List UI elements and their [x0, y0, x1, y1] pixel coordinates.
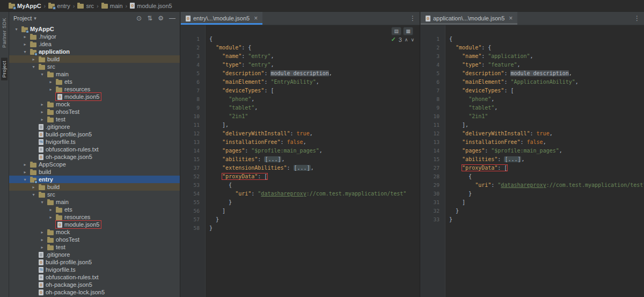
tree-item--hvigor[interactable]: ▸.hvigor — [9, 33, 180, 40]
tree-item-ohostest[interactable]: ▸ohosTest — [9, 236, 180, 243]
folded-region[interactable]: [...] — [294, 165, 311, 171]
chevron-down-icon[interactable]: ▾ — [39, 200, 45, 205]
tree-item-mock[interactable]: ▸mock — [9, 228, 180, 236]
tree-item-application[interactable]: ▾application — [9, 48, 180, 55]
line-number: 31 — [420, 198, 445, 207]
chevron-right-icon[interactable]: ▸ — [39, 245, 45, 250]
chevron-down-icon[interactable]: ▾ — [34, 16, 36, 21]
kebab-menu-icon[interactable]: ⋮ — [630, 15, 644, 22]
tree-item-oh-package-json5[interactable]: oh-package.json5 — [9, 281, 180, 288]
folded-region[interactable]: [...] — [504, 156, 521, 162]
structure-view-icon[interactable]: ▤ — [391, 27, 401, 35]
chevron-right-icon[interactable]: ▸ — [48, 207, 54, 212]
editor-left[interactable]: 1{2 "module": {3 "name": "entry",4 "type… — [180, 25, 420, 297]
chevron-right-icon[interactable]: ▸ — [48, 79, 54, 84]
preview-icon[interactable]: ▦ — [403, 27, 413, 35]
json-file-icon — [426, 16, 430, 21]
tree-item-label: ohosTest — [56, 236, 79, 243]
folded-region[interactable]: [...] — [264, 156, 281, 162]
kebab-menu-icon[interactable]: ⋮ — [406, 15, 420, 22]
tab-application-module-json5[interactable]: application\...\module.json5 × — [421, 12, 517, 25]
tree-item-ohostest[interactable]: ▸ohosTest — [9, 108, 180, 115]
chevron-right-icon[interactable]: ▸ — [22, 34, 28, 39]
close-icon[interactable]: × — [254, 15, 258, 22]
chevron-down-icon[interactable]: ▾ — [13, 27, 19, 32]
token: "mainElement" — [222, 79, 264, 85]
tree-item-build[interactable]: ▸build — [9, 183, 180, 191]
settings-icon[interactable]: ⚙ — [158, 15, 164, 22]
tree-item-appscope[interactable]: ▸AppScope — [9, 161, 180, 168]
prev-inspection-icon[interactable]: ∧ — [405, 37, 408, 42]
tree-item-myappc[interactable]: ▾MyAppC — [9, 25, 180, 33]
uri-link[interactable]: datashareproxy — [501, 182, 546, 188]
uri-link[interactable]: datashareproxy — [261, 191, 306, 197]
toolstrip-project-button[interactable]: Project — [1, 58, 8, 81]
chevron-right-icon[interactable]: ▸ — [39, 102, 45, 107]
tree-item-hvigorfile-ts[interactable]: hvigorfile.ts — [9, 138, 180, 146]
tree-item--gitignore[interactable]: .gitignore — [9, 251, 180, 258]
tree-item-module-json5[interactable]: module.json5 — [9, 221, 180, 228]
tree-item-ets[interactable]: ▸ets — [9, 206, 180, 213]
chevron-right-icon[interactable]: ▸ — [22, 170, 28, 175]
toolstrip-partner-sdk-button[interactable]: Partner SDK — [1, 15, 8, 50]
chevron-right-icon[interactable]: ▸ — [22, 42, 28, 47]
chevron-right-icon[interactable]: ▸ — [48, 215, 54, 220]
main-area: Partner SDK Project Project ▾ ⊙⇅⚙— ▾MyAp… — [0, 12, 644, 297]
chevron-right-icon[interactable]: ▸ — [31, 57, 36, 62]
token: "uri" — [235, 191, 251, 197]
chevron-down-icon[interactable]: ▾ — [39, 72, 45, 77]
chevron-down-icon[interactable]: ▾ — [22, 177, 28, 182]
chevron-right-icon[interactable]: ▸ — [31, 185, 36, 190]
chevron-right-icon[interactable]: ▸ — [48, 87, 54, 92]
token: : — [241, 62, 248, 68]
tree-item-main[interactable]: ▾main — [9, 198, 180, 206]
tree-item-obfuscation-rules-txt[interactable]: obfuscation-rules.txt — [9, 146, 180, 153]
tree-item-main[interactable]: ▾main — [9, 70, 180, 78]
tree-item-obfuscation-rules-txt[interactable]: obfuscation-rules.txt — [9, 273, 180, 281]
tree-item-hvigorfile-ts[interactable]: hvigorfile.ts — [9, 266, 180, 273]
tree-item--gitignore[interactable]: .gitignore — [9, 123, 180, 131]
tree-item-ets[interactable]: ▸ets — [9, 78, 180, 85]
tree-item-test[interactable]: ▸test — [9, 243, 180, 251]
token — [449, 70, 462, 76]
project-panel-title[interactable]: Project — [13, 15, 32, 21]
tree-item-resources[interactable]: ▸resources — [9, 85, 180, 93]
tree-item--idea[interactable]: ▸.idea — [9, 40, 180, 48]
tree-item-test[interactable]: ▸test — [9, 115, 180, 123]
chevron-right-icon[interactable]: ▸ — [39, 230, 45, 235]
chevron-right-icon[interactable]: ▸ — [39, 237, 45, 242]
chevron-right-icon[interactable]: ▸ — [39, 117, 45, 122]
editor-right[interactable]: 1{2 "module": {3 "name": "application",4… — [420, 25, 644, 297]
breadcrumb-item[interactable]: src — [77, 3, 94, 9]
chevron-down-icon[interactable]: ▾ — [31, 192, 36, 197]
breadcrumb-item[interactable]: MyAppC — [9, 3, 41, 9]
breadcrumb-item[interactable]: module.json5 — [130, 3, 172, 9]
breadcrumb-item[interactable]: main — [101, 3, 123, 9]
chevron-down-icon[interactable]: ▾ — [22, 49, 28, 54]
hide-icon[interactable]: — — [169, 15, 175, 22]
folder-icon — [30, 42, 36, 47]
tree-item-build[interactable]: ▸build — [9, 168, 180, 176]
breadcrumb-item[interactable]: entry — [48, 3, 70, 9]
tab-entry-module-json5[interactable]: entry\...\module.json5 × — [181, 12, 262, 25]
tree-item-resources[interactable]: ▸resources — [9, 213, 180, 221]
tree-item-build-profile-json5[interactable]: build-profile.json5 — [9, 258, 180, 266]
collapse-all-icon[interactable]: ⇅ — [147, 15, 152, 22]
inspection-widget[interactable]: ✓ 3 ∧ ∨ — [391, 36, 414, 43]
tree-item-entry[interactable]: ▾entry — [9, 176, 180, 183]
tree-item-oh-package-json5[interactable]: oh-package.json5 — [9, 153, 180, 161]
tree-item-build[interactable]: ▸build — [9, 55, 180, 63]
tree-item-src[interactable]: ▾src — [9, 191, 180, 198]
next-inspection-icon[interactable]: ∨ — [411, 37, 414, 42]
tree-item-module-json5[interactable]: module.json5 — [9, 93, 180, 100]
chevron-right-icon[interactable]: ▸ — [39, 110, 45, 114]
tree-item-src[interactable]: ▾src — [9, 63, 180, 70]
close-icon[interactable]: × — [509, 15, 513, 22]
chevron-right-icon[interactable]: ▸ — [22, 162, 28, 167]
locate-icon[interactable]: ⊙ — [136, 15, 142, 22]
tree-item-label: ohosTest — [56, 108, 79, 115]
chevron-down-icon[interactable]: ▾ — [31, 64, 36, 69]
tree-item-mock[interactable]: ▸mock — [9, 100, 180, 108]
tree-item-oh-package-lock-json5[interactable]: oh-package-lock.json5 — [9, 288, 180, 296]
tree-item-build-profile-json5[interactable]: build-profile.json5 — [9, 131, 180, 138]
